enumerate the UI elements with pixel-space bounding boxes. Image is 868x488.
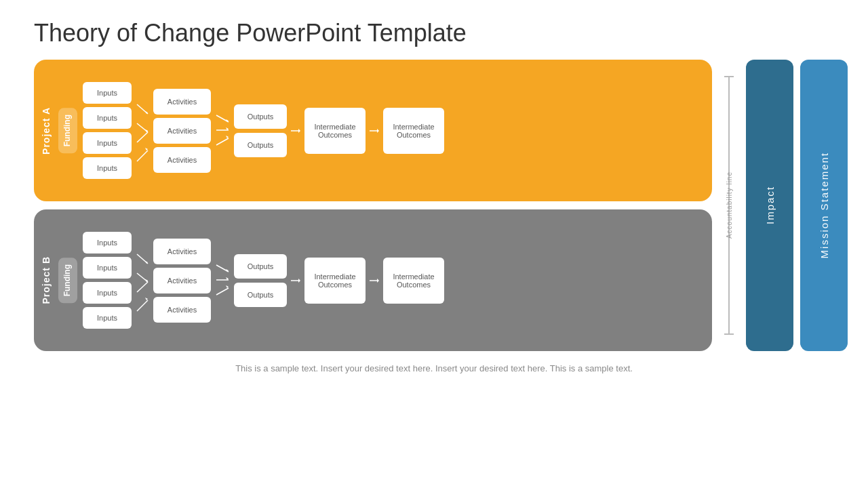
input-box: Inputs [83, 82, 132, 104]
project-b-flow: Inputs Inputs Inputs Inputs [83, 232, 700, 329]
project-b-outputs: Outputs Outputs [234, 254, 287, 307]
mission-column: Mission Statement [800, 60, 848, 351]
project-a-box: Project A Funding Inputs Inputs Inputs I… [34, 60, 712, 201]
svg-marker-25 [145, 298, 148, 300]
activity-box: Activities [153, 239, 211, 264]
project-b-funding: Funding [58, 258, 77, 303]
project-a-outputs: Outputs Outputs [234, 104, 287, 157]
activity-box: Activities [153, 268, 211, 293]
svg-line-28 [216, 288, 229, 295]
project-a-activities: Activities Activities Activities [153, 89, 211, 173]
svg-marker-13 [226, 136, 229, 138]
projects-column: Project A Funding Inputs Inputs Inputs I… [34, 60, 712, 351]
input-box: Inputs [83, 232, 132, 253]
svg-line-21 [137, 300, 148, 311]
diagram-area: Project A Funding Inputs Inputs Inputs I… [0, 60, 868, 351]
mission-label: Mission Statement [818, 152, 830, 258]
accountability-label: Accountability line [726, 171, 733, 239]
svg-line-3 [137, 150, 148, 161]
arrow-b2 [370, 277, 379, 284]
impact-column: Impact [746, 60, 793, 351]
project-a-label: Project A [41, 107, 56, 155]
fan-arrows-b [136, 243, 149, 318]
fan-arrows-a2 [215, 102, 230, 159]
arrow-b1 [291, 277, 300, 284]
input-box: Inputs [83, 107, 132, 129]
input-box: Inputs [83, 282, 132, 304]
project-b-intermediate1: Intermediate Outcomes [304, 258, 366, 304]
input-box: Inputs [83, 257, 132, 279]
activity-box: Activities [153, 297, 211, 323]
project-b-activities: Activities Activities Activities [153, 239, 211, 323]
input-box: Inputs [83, 157, 132, 179]
svg-marker-31 [226, 285, 229, 288]
project-a-intermediate1: Intermediate Outcomes [304, 108, 366, 154]
output-box: Outputs [234, 254, 287, 279]
svg-marker-7 [145, 148, 148, 150]
project-a-intermediate2: Intermediate Outcomes [383, 108, 444, 154]
output-box: Outputs [234, 283, 287, 307]
svg-marker-35 [377, 279, 379, 283]
svg-line-10 [216, 138, 229, 145]
fan-arrows-b2 [215, 251, 230, 309]
svg-marker-17 [377, 129, 379, 133]
input-box: Inputs [83, 132, 132, 154]
output-box: Outputs [234, 133, 287, 157]
fan-arrows-a [136, 94, 149, 168]
project-a-funding: Funding [58, 108, 77, 153]
impact-label: Impact [764, 186, 776, 224]
project-b-intermediate2: Intermediate Outcomes [383, 258, 444, 304]
arrow-a2 [370, 127, 379, 134]
project-b-label: Project B [41, 256, 56, 304]
activity-box: Activities [153, 147, 211, 173]
accountability-column: Accountability line [719, 60, 739, 351]
page-title: Theory of Change PowerPoint Template [0, 0, 868, 60]
project-a-flow: Inputs Inputs Inputs Inputs [83, 82, 700, 179]
arrow-a1 [291, 127, 300, 134]
svg-line-20 [137, 282, 148, 292]
footer-text: This is a sample text. Insert your desir… [0, 362, 868, 376]
svg-marker-15 [298, 129, 300, 133]
output-box: Outputs [234, 104, 287, 129]
activity-box: Activities [153, 118, 211, 144]
project-b-box: Project B Funding Inputs Inputs Inputs I… [34, 209, 712, 351]
input-box: Inputs [83, 307, 132, 329]
activity-box: Activities [153, 89, 211, 115]
project-a-inputs: Inputs Inputs Inputs Inputs [83, 82, 132, 179]
svg-line-2 [137, 132, 148, 142]
svg-marker-33 [298, 279, 300, 283]
project-b-inputs: Inputs Inputs Inputs Inputs [83, 232, 132, 329]
